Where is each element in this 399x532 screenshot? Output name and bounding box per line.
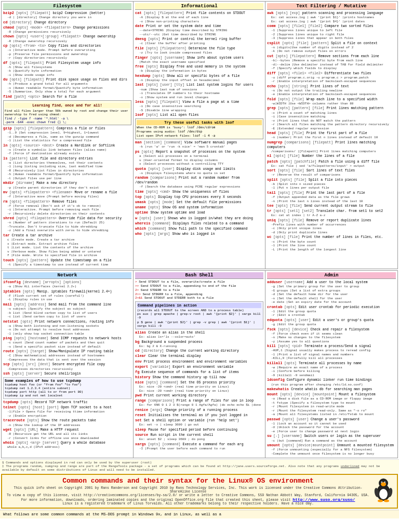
svg-point-7 bbox=[385, 482, 385, 482]
cmd-tee: tee [opts] [file] Send current output st… bbox=[267, 204, 396, 208]
cmd-du: du [opts] [filepatt] Print disk space us… bbox=[3, 77, 131, 94]
cmd-whois: whois [opts] <arg> [server] Query a whol… bbox=[3, 441, 131, 449]
cmd-makewhatis: makewhatis Create whatis db for searchin… bbox=[267, 387, 396, 392]
page-wrapper: Filesystem bzip2 [opts] [filepatt] bzip2… bbox=[0, 1, 399, 518]
cmd-echo: echo [opts] [string] Print lines of text… bbox=[267, 84, 396, 97]
network-title: Network bbox=[3, 272, 131, 279]
cmd-umount: umount [opts] [device|mountpoint] Unmoun… bbox=[267, 443, 396, 456]
informational-commands: cat [opts] [filepattern] Print file cont… bbox=[135, 11, 263, 236]
cmd-telnet: telnet [opts] [host] [port] Open TCP soc… bbox=[3, 405, 131, 418]
bottom-credits: This quick info sheet on Copyright 2001 … bbox=[5, 486, 394, 506]
lsof-box: Try these useful tasks with lsof When th… bbox=[135, 118, 263, 139]
pipeline-title: Command pipelines in action bbox=[137, 303, 261, 308]
find-box-title: Learning find, once and for all! bbox=[5, 103, 130, 108]
cmd-df: df [opts] [filepatt] Print Filesystem us… bbox=[3, 61, 131, 77]
cmd-hexdump: hexdump [opts] Show all or specific byte… bbox=[135, 74, 263, 83]
note-bar: § Commands and options displayed in red … bbox=[0, 459, 399, 473]
cmd-mkdir: mkdir [dirname] Make a new directory -p … bbox=[3, 181, 131, 190]
cmd-last: last [opts] [user] [tty] List last syste… bbox=[135, 83, 263, 99]
cmd-nice: nice [opts] [command] Set the OS process… bbox=[135, 380, 263, 393]
cmd-ping: ping [opts] [hostname] Send ICMP request… bbox=[3, 336, 131, 349]
cmd-ldconfig: ldconfig Configure dynamic linker run ti… bbox=[267, 378, 396, 387]
cmd-random: random [comparisons] Print out a random … bbox=[135, 176, 263, 189]
svg-point-6 bbox=[382, 482, 382, 482]
cmd-which: which [command] Show full path to the sp… bbox=[135, 227, 263, 231]
cmd-top: top [opts] Display top CPU processes eve… bbox=[135, 195, 263, 200]
cmd-cp: cp [opts] <from> <to> Copy files and dir… bbox=[3, 44, 131, 60]
text-filtering-section: Text Filtering / Mutative awk [opts] [ex… bbox=[265, 2, 397, 269]
bash-shell-content: > Send STDOUT to a file, overwrite/creat… bbox=[135, 280, 263, 450]
cmd-touch: touch [opts] [pattern] Update the timest… bbox=[3, 258, 131, 267]
cmd-iptables: iptables [opts] Manip. iptables firewall… bbox=[3, 289, 131, 302]
bash-shell-title: Bash Shell bbox=[135, 272, 263, 279]
cmd-pwd: pwd Print current working directory bbox=[135, 393, 263, 398]
cmd-bzip2: bzip2 [opts] [filepatt] bzip2 Compressio… bbox=[3, 11, 131, 20]
cmd-ls: ls [pattern] List file and directory ent… bbox=[3, 156, 131, 181]
pipeline-box: Command pipelines in action (records all… bbox=[135, 301, 263, 329]
cmd-ifconfig: ifconfig [devname] [arropts] [options] -… bbox=[3, 280, 131, 289]
cmd-env: env Print process environment and enviro… bbox=[135, 360, 263, 364]
filesystem-section: Filesystem bzip2 [opts] [filepatt] bzip2… bbox=[2, 2, 134, 269]
cmd-mount: mount [opts] [device] [mountpoint] Mount… bbox=[267, 392, 396, 417]
cmd-uptime: uptime Show system uptime and load bbox=[135, 210, 263, 215]
tux-penguin-icon bbox=[373, 477, 394, 503]
cmd-adduser: adduser [username] Add a user to the loc… bbox=[267, 280, 396, 304]
svg-point-1 bbox=[379, 489, 388, 499]
admin-section: Admin adduser [username] Add a user to t… bbox=[265, 271, 397, 458]
top-row: Filesystem bzip2 [opts] [filepatt] bzip2… bbox=[1, 1, 398, 269]
cmd-sort: sort [opts] [file] Sort lines of text fi… bbox=[267, 168, 396, 177]
cmd-split: split [opts] [file] Split a file into pi… bbox=[267, 178, 396, 190]
svg-point-9 bbox=[378, 500, 383, 502]
find-box: Learning find, once and for all! Find al… bbox=[3, 100, 131, 125]
svg-point-10 bbox=[384, 500, 389, 502]
cmd-clear: clear Clear the terminal display bbox=[135, 354, 263, 358]
cmd-mv: mv [opts] <filepattern> <filename> Move … bbox=[3, 190, 131, 199]
cmd-man: man [section] [command] View software ma… bbox=[135, 140, 263, 149]
cmd-chmod: chmod [opts] <mode> <filepattern> Change… bbox=[3, 25, 131, 34]
cmd-who: who [opts] [args] Show who is logged in bbox=[135, 232, 263, 236]
cmd-crontab: crontab [opts] Edit user crontab for per… bbox=[267, 305, 396, 317]
cmd-range: range [comparisons] Print a range of fil… bbox=[135, 398, 263, 407]
cmd-xargs-bash: xargs [opts] [command] Execute a command… bbox=[135, 442, 263, 451]
cmd-reset: reset Initialises the terminal as if you… bbox=[135, 413, 263, 418]
cmd-finger: finger [opts] [username] Show info about… bbox=[135, 56, 263, 64]
tcpdump-box: Some examples of how to use tcpdump tcpd… bbox=[3, 377, 131, 399]
cmd-netstat: netstat [opts] Print network connections… bbox=[3, 320, 131, 336]
cmd-kill: kill [opts] <pid> Terminate a process/Se… bbox=[267, 344, 396, 361]
cmd-dmesg: dmesg [opts] Print or control the kernel… bbox=[135, 37, 263, 46]
cmd-uniq: uniq [opts] [file] Remove or report dupl… bbox=[267, 218, 396, 235]
cmd-nl: nl [opts] [file] Number the lines of a f… bbox=[267, 154, 396, 158]
cmd-file: file [opts] [filepattern] Determine the … bbox=[135, 46, 263, 55]
cmd-chown: chown [opts] <user>[:group] <filepatt> C… bbox=[3, 34, 131, 43]
footer-tagline: What follows are some common commands at… bbox=[0, 510, 399, 518]
cmd-ln: ln [opts] <source> <dest> Create a Hardl… bbox=[3, 143, 131, 156]
cmd-date: date Print or set the system date and ti… bbox=[135, 24, 263, 36]
cmd-scp: scp [opts] [src] [dest] Secure encrypted… bbox=[3, 362, 131, 371]
cmd-killall: killall [opts] Terminate all processes b… bbox=[267, 361, 396, 378]
cmd-route: route [opts] [target] Show/Manipulate IP… bbox=[3, 349, 131, 362]
cmd-export: export [variable] Export an environment … bbox=[135, 365, 263, 369]
cmd-ps: ps [opts] Report a snapshot of processes… bbox=[135, 150, 263, 166]
cmd-rm: rm [opts] <filepattern> Remove files -f … bbox=[3, 200, 131, 216]
cmd-ssh: ssh [opts] [server] Secure shell/login bbox=[3, 371, 131, 376]
cmd-time: time [opts] <cmd> Show the uniqueness of… bbox=[135, 190, 263, 194]
cmd-patch: patch [opts] [patchfile] Patch a file us… bbox=[267, 159, 396, 168]
cmd-head: head [opts] [file] Print the first part … bbox=[267, 131, 396, 140]
cmd-shred: shred [opts] <filepattern> Override file… bbox=[3, 216, 131, 233]
cmd-cd: cd [directory] Change directory bbox=[3, 20, 131, 25]
cmd-passwd: passwd [opts] [user] Change a user's pas… bbox=[267, 417, 396, 434]
cmd-tail: tail [opts] [file] Print the last part o… bbox=[267, 191, 396, 203]
cmd-fsck: fsck [opts] [device] Check and repair a … bbox=[267, 327, 396, 344]
cmd-alias: alias Create an alias in the shell Ex: a… bbox=[135, 330, 263, 339]
admin-commands: adduser [username] Add a user to the loc… bbox=[267, 280, 396, 456]
cmd-traceroute: traceroute [opts] Show the route packets… bbox=[3, 418, 131, 427]
cmd-renice: renice [args] Change priority of a runni… bbox=[135, 408, 263, 413]
cmd-find: find [path] <opts> Search for a file bbox=[3, 95, 131, 99]
network-section: Network ifconfig [devname] [arropts] [op… bbox=[2, 271, 134, 458]
cmd-edquota: edquota [opts] [user] Edit a user's or g… bbox=[267, 318, 396, 327]
cmd-less: less [opts] [filepatt] View a file a pag… bbox=[135, 100, 263, 112]
mid-row: Network ifconfig [devname] [arropts] [op… bbox=[1, 270, 398, 458]
cmd-sleep: sleep Pause for specified period before … bbox=[135, 428, 263, 432]
admin-title: Admin bbox=[267, 272, 396, 279]
cmd-history: history Show the command history up till… bbox=[135, 375, 263, 380]
